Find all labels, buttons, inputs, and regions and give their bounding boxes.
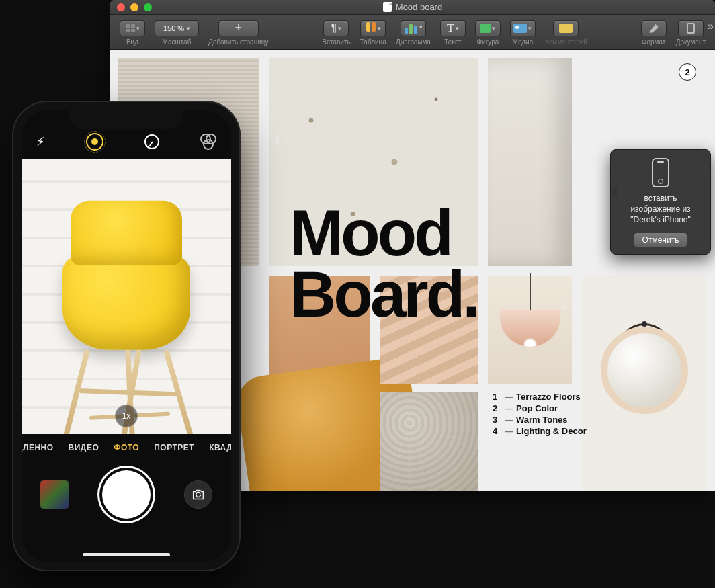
legend-item: 3—Warm Tones — [493, 415, 587, 425]
image-tile-mirror[interactable] — [582, 276, 706, 491]
view-label: Вид — [126, 38, 138, 46]
media-button[interactable]: ▾ Медиа — [506, 19, 540, 46]
zoom-level-button[interactable]: 1x — [115, 405, 138, 427]
last-photo-thumbnail[interactable] — [40, 480, 69, 509]
text-label: Текст — [444, 38, 461, 46]
camera-shutter-row — [22, 461, 231, 528]
shape-button[interactable]: ▾ Фигура — [471, 19, 505, 46]
zoom-label: Масштаб — [163, 38, 192, 46]
document-icon-btn — [687, 23, 695, 34]
view-button[interactable]: ▾ Вид — [116, 19, 149, 46]
iphone-device: ⚡︎ 1x МЕДЛЕННО ВИДЕО ФОТО ПОРТРЕТ КВАДРА… — [12, 101, 241, 571]
switch-camera-icon — [191, 487, 206, 502]
add-page-button[interactable]: + Добавить страницу — [204, 19, 273, 46]
media-label: Медиа — [513, 38, 534, 46]
insert-button[interactable]: ¶▾ Вставить — [318, 19, 354, 46]
headline-line1: Mood — [290, 202, 478, 263]
text-button[interactable]: T▾ Текст — [436, 19, 470, 46]
toolbar: ▾ Вид 150 % ▾ Масштаб + Добавить страниц… — [110, 15, 715, 50]
mode-video[interactable]: ВИДЕО — [69, 443, 99, 452]
callout-marker-2[interactable]: 2 — [679, 63, 696, 81]
camera-viewfinder[interactable]: 1x — [22, 159, 231, 434]
document-button[interactable]: Документ — [672, 19, 710, 46]
iphone-screen: ⚡︎ 1x МЕДЛЕННО ВИДЕО ФОТО ПОРТРЕТ КВАДРА… — [22, 110, 231, 562]
comment-label: Комментарий — [545, 38, 587, 46]
comment-button[interactable]: Комментарий — [541, 19, 591, 46]
window-title-text: Mood board — [396, 2, 442, 12]
plus-icon: + — [235, 21, 242, 35]
document-headline[interactable]: Mood Board. — [290, 202, 478, 325]
popover-text: вставить изображение из "Derek's iPhone" — [619, 193, 702, 226]
table-label: Таблица — [360, 38, 386, 46]
table-button[interactable]: ▾ Таблица — [356, 19, 390, 46]
callout-marker-1[interactable]: 1 — [274, 135, 280, 147]
window-titlebar[interactable]: Mood board — [110, 0, 715, 15]
chart-label: Диаграмма — [396, 38, 431, 46]
chart-icon — [404, 24, 418, 34]
flash-icon[interactable]: ⚡︎ — [36, 134, 45, 149]
zoom-value: 150 % — [163, 24, 184, 32]
mode-slow[interactable]: МЕДЛЕННО — [22, 443, 54, 452]
image-tile-lamp[interactable] — [488, 276, 572, 384]
zoom-control[interactable]: 150 % ▾ Масштаб — [151, 19, 203, 46]
mode-square[interactable]: КВАДРАТ — [209, 443, 231, 452]
live-photo-icon[interactable] — [86, 133, 103, 151]
iphone-outline-icon — [652, 158, 669, 187]
add-page-label: Добавить страницу — [208, 38, 269, 46]
timer-icon[interactable] — [144, 134, 159, 149]
format-icon — [649, 24, 659, 33]
view-icon — [126, 24, 135, 32]
document-label: Документ — [676, 38, 706, 46]
legend-item: 4—Lighting & Decor — [493, 426, 587, 436]
document-icon — [383, 2, 392, 12]
mode-portrait[interactable]: ПОРТРЕТ — [154, 443, 194, 452]
filters-icon[interactable] — [200, 134, 216, 150]
format-button[interactable]: Формат — [637, 19, 671, 46]
shape-label: Фигура — [476, 38, 499, 46]
shutter-button[interactable] — [102, 470, 151, 519]
insert-label: Вставить — [322, 38, 350, 46]
shape-icon — [480, 24, 491, 33]
comment-icon — [559, 24, 573, 33]
iphone-notch — [69, 110, 183, 129]
lamp-graphic — [500, 273, 560, 347]
legend-item: 1—Terrazzo Floors — [493, 392, 587, 402]
image-tile-plaster[interactable] — [488, 58, 572, 266]
paragraph-icon: ¶ — [331, 22, 337, 34]
toolbar-overflow-icon[interactable]: » — [708, 20, 714, 32]
text-icon: T — [447, 22, 454, 34]
cancel-button[interactable]: Отменить — [634, 233, 688, 247]
mirror-graphic — [601, 323, 688, 414]
image-tile-fur[interactable] — [380, 392, 478, 491]
window-title: Mood board — [110, 2, 715, 12]
headline-line2: Board. — [290, 263, 478, 325]
legend-item: 2—Pop Color — [493, 403, 587, 413]
chart-button[interactable]: ▾ Диаграмма — [392, 19, 435, 46]
legend-list: 1—Terrazzo Floors 2—Pop Color 3—Warm Ton… — [493, 390, 587, 437]
format-label: Формат — [642, 38, 666, 46]
table-icon — [366, 22, 376, 34]
camera-mode-strip[interactable]: МЕДЛЕННО ВИДЕО ФОТО ПОРТРЕТ КВАДРАТ — [22, 434, 231, 461]
mode-photo[interactable]: ФОТО — [114, 443, 139, 452]
viewfinder-subject-chair — [62, 255, 190, 349]
switch-camera-button[interactable] — [184, 480, 212, 509]
callout-marker-4[interactable]: 4 — [562, 301, 568, 313]
continuity-camera-popover: вставить изображение из "Derek's iPhone"… — [610, 149, 711, 255]
home-indicator[interactable] — [83, 553, 170, 556]
media-icon — [513, 24, 527, 33]
